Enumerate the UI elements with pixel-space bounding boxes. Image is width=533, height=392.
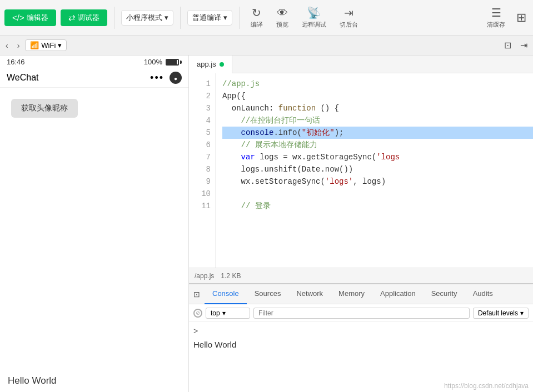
console-levels-chevron-icon: ▾ (520, 309, 524, 317)
editor-label: 编辑器 (27, 13, 48, 23)
phone-status-bar: 16:46 100% (0, 56, 188, 68)
code-editor[interactable]: 1 2 3 4 5 6 7 8 9 10 11 //app.js (189, 73, 533, 268)
code-line-4: //在控制台打印一句话 (222, 114, 533, 127)
mode-chevron-icon: ▾ (165, 13, 168, 22)
wechat-title: WeChat (7, 73, 39, 83)
code-token: 'logs' (325, 175, 353, 188)
editor-filepath: /app.js (195, 272, 214, 280)
layers-button[interactable]: ⊞ (514, 8, 529, 27)
editor-filesize: 1.2 KB (221, 272, 241, 280)
forward-button[interactable]: › (14, 40, 23, 51)
line-num-5: 5 (189, 127, 215, 139)
back-button[interactable]: ‹ (2, 40, 12, 51)
console-top-chevron-icon: ▾ (222, 309, 226, 317)
wifi-chevron-icon: ▾ (58, 41, 62, 49)
file-tab-name: app.js (197, 60, 216, 68)
code-token: // 登录 (222, 200, 271, 212)
preview-label: 预览 (276, 21, 288, 29)
code-token: logs = wx.getStorageSync( (255, 151, 376, 163)
console-hello-world: Hello World (193, 340, 236, 349)
get-avatar-button[interactable]: 获取头像昵称 (11, 99, 78, 118)
code-token: , logs) (353, 175, 386, 188)
debugger-label: 调试器 (78, 13, 99, 23)
compile-chevron-icon: ▾ (223, 13, 227, 22)
secondbar-left: ‹ › 📶 WiFi ▾ (2, 39, 67, 51)
main-toolbar: </> 编辑器 ⇄ 调试器 小程序模式 ▾ 普通编译 ▾ ↻ 编译 👁 预览 📡… (0, 0, 533, 36)
compile-label: 普通编译 (192, 13, 221, 23)
code-content: //app.js App({ onLaunch: function () { (216, 73, 533, 268)
layout-icon-button[interactable]: ⊡ (501, 39, 515, 52)
file-tab-bar: app.js (189, 56, 533, 73)
console-no-icon[interactable]: ⊘ (193, 309, 202, 318)
devtools-panel: ⊡ Console Sources Network Memory Applica… (189, 283, 533, 392)
tab-memory[interactable]: Memory (331, 284, 372, 304)
debugger-button[interactable]: ⇄ 调试器 (61, 9, 107, 26)
tab-network[interactable]: Network (288, 284, 331, 304)
console-filter-input[interactable] (253, 308, 470, 319)
code-token: wx.setStorageSync( (222, 175, 325, 188)
debugger-btn-wrap: ⇄ 调试器 (61, 9, 107, 26)
console-levels-label: Default levels (478, 309, 518, 317)
toolbar-separator-1 (114, 7, 114, 29)
code-line-7: var logs = wx.getStorageSync( 'logs (222, 151, 533, 163)
tab-console[interactable]: Console (205, 284, 247, 304)
phone-time: 16:46 (7, 58, 25, 66)
refresh-action[interactable]: ↻ 编译 (246, 4, 267, 31)
console-prompt-char: > (193, 326, 198, 335)
console-hello-world-row: Hello World (193, 338, 529, 351)
line-num-8: 8 (189, 163, 215, 175)
tab-security[interactable]: Security (424, 284, 465, 304)
file-tab-appjs[interactable]: app.js (189, 56, 232, 73)
compile-select[interactable]: 普通编译 ▾ (187, 10, 232, 26)
remote-debug-icon: 📡 (307, 6, 321, 19)
code-line-5: console .info( "初始化" ); (222, 127, 533, 139)
line-num-11: 11 (189, 200, 215, 212)
remote-debug-action[interactable]: 📡 远程调试 (297, 4, 331, 31)
refresh-icon: ↻ (252, 6, 261, 19)
tab-sources-label: Sources (255, 289, 281, 298)
tab-sources[interactable]: Sources (247, 284, 289, 304)
code-line-1: //app.js (222, 78, 533, 90)
watermark-text: https://blog.csdn.net/cdhjava (444, 382, 529, 390)
battery-icon (166, 59, 182, 66)
cut-back-action[interactable]: ⇥ 切后台 (335, 4, 362, 31)
line-num-9: 9 (189, 175, 215, 188)
code-line-9: wx.setStorageSync( 'logs' , logs) (222, 175, 533, 188)
code-token: 'logs (376, 151, 400, 163)
clear-cache-action[interactable]: ☰ 清缓存 (482, 4, 510, 31)
code-token: onLaunch: (222, 102, 278, 114)
record-button[interactable]: ● (170, 72, 182, 84)
layout-split-button[interactable]: ⇥ (517, 39, 531, 52)
editor-button[interactable]: </> 编辑器 (4, 9, 56, 26)
code-line-6: // 展示本地存储能力 (222, 139, 533, 151)
code-line-10 (222, 188, 533, 200)
code-line-8: logs.unshift(Date.now()) (222, 163, 533, 175)
line-numbers: 1 2 3 4 5 6 7 8 9 10 11 (189, 73, 216, 268)
code-line-11: // 登录 (222, 200, 533, 212)
file-modified-dot (220, 62, 224, 67)
code-token: var (241, 151, 255, 163)
mode-select[interactable]: 小程序模式 ▾ (121, 10, 173, 26)
code-token: // 展示本地存储能力 (222, 139, 317, 151)
line-num-1: 1 (189, 78, 215, 90)
console-top-label: top (211, 309, 220, 317)
code-token: logs.unshift(Date.now()) (222, 163, 353, 175)
tab-audits[interactable]: Audits (465, 284, 501, 304)
console-body: > Hello World https://blog.csdn.net/cdhj… (189, 322, 533, 392)
tab-application[interactable]: Application (372, 284, 424, 304)
preview-action[interactable]: 👁 预览 (272, 4, 293, 31)
get-avatar-label: 获取头像昵称 (21, 103, 68, 112)
console-top-select[interactable]: top ▾ (206, 308, 250, 319)
code-area: 1 2 3 4 5 6 7 8 9 10 11 //app.js (189, 73, 533, 268)
code-token: //在控制台打印一句话 (222, 114, 320, 127)
remote-debug-label: 远程调试 (302, 21, 326, 29)
console-levels-select[interactable]: Default levels ▾ (473, 308, 529, 319)
devtools-inspect-icon[interactable]: ⊡ (189, 290, 205, 299)
tab-security-label: Security (431, 289, 457, 298)
tab-application-label: Application (380, 289, 416, 298)
editor-code-icon: </> (12, 13, 24, 22)
cut-back-label: 切后台 (340, 21, 358, 29)
wifi-select[interactable]: 📶 WiFi ▾ (25, 39, 67, 51)
code-token: ); (335, 127, 344, 139)
code-token: App({ (222, 90, 246, 102)
